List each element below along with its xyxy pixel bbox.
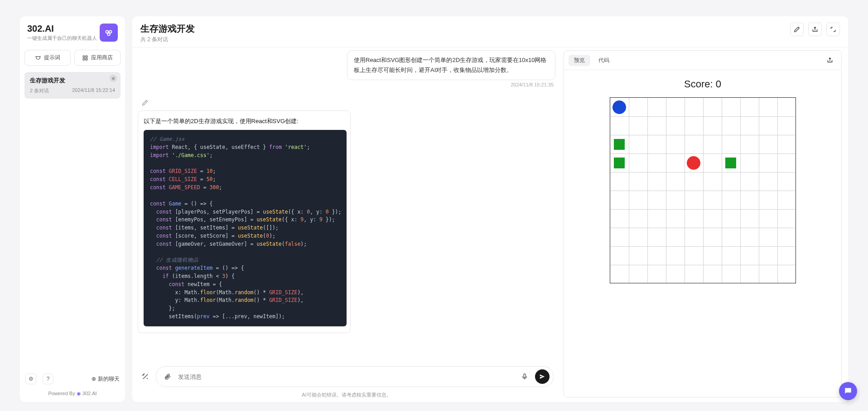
- score-display: Score: 0: [684, 78, 721, 90]
- header-titles: 生存游戏开发 共 2 条对话: [140, 23, 195, 43]
- main-panel: 生存游戏开发 共 2 条对话 使用React和SVG图形创建一个简单的2D生存游…: [132, 16, 848, 402]
- new-chat-label: 新的聊天: [98, 375, 120, 383]
- chat-scroll[interactable]: 使用React和SVG图形创建一个简单的2D生存游戏，玩家需要在10x10网格板…: [136, 50, 557, 362]
- microphone-icon[interactable]: [519, 371, 530, 382]
- prompt-button[interactable]: 提示词: [24, 50, 71, 66]
- header-bar: 生存游戏开发 共 2 条对话: [132, 16, 848, 48]
- page-subtitle: 共 2 条对话: [140, 36, 195, 43]
- ai-message: 以下是一个简单的2D生存游戏实现，使用React和SVG创建: // Game.…: [138, 110, 351, 333]
- mask-icon: [35, 55, 41, 61]
- score-value: 0: [716, 78, 721, 90]
- conversation-count: 2 条对话: [30, 87, 49, 94]
- powered-by: Powered By ◉ 302.AI: [24, 391, 121, 397]
- svg-rect-3: [83, 56, 85, 57]
- new-chat-button[interactable]: ⊕ 新的聊天: [92, 375, 120, 383]
- conversation-time: 2024/11/8 15:22:14: [72, 87, 115, 94]
- edit-response-icon[interactable]: [140, 98, 149, 107]
- split-view: 使用React和SVG图形创建一个简单的2D生存游戏，玩家需要在10x10网格板…: [132, 48, 848, 402]
- expand-icon[interactable]: [826, 23, 840, 36]
- svg-rect-4: [86, 56, 87, 57]
- user-message: 使用React和SVG图形创建一个简单的2D生存游戏，玩家需要在10x10网格板…: [347, 50, 555, 80]
- help-icon[interactable]: ?: [43, 373, 53, 384]
- enemy-piece: [687, 156, 700, 170]
- preview-body: Score: 0: [564, 70, 841, 397]
- chat-fab-icon[interactable]: [839, 382, 857, 400]
- conversation-meta: 2 条对话 2024/11/8 15:22:14: [30, 87, 115, 94]
- svg-rect-5: [83, 58, 85, 60]
- powered-dot-icon: ◉: [77, 391, 82, 396]
- app-store-button[interactable]: 应用商店: [74, 50, 121, 66]
- settings-icon[interactable]: ⚙: [25, 373, 36, 384]
- conversation-title: 生存游戏开发: [30, 76, 115, 85]
- brand-row: 302.AI 一键生成属于自己的聊天机器人: [24, 22, 121, 42]
- powered-prefix: Powered By: [48, 391, 76, 396]
- input-wrapper: [156, 366, 554, 387]
- tab-code[interactable]: 代码: [593, 55, 615, 66]
- ai-intro-text: 以下是一个简单的2D生存游戏实现，使用React和SVG创建:: [144, 117, 347, 125]
- share-icon[interactable]: [808, 23, 822, 36]
- preview-share-icon[interactable]: [823, 53, 837, 67]
- item-piece-1: [614, 158, 625, 168]
- conversation-item[interactable]: ✕ 生存游戏开发 2 条对话 2024/11/8 15:22:14: [24, 72, 121, 99]
- brand-text: 302.AI 一键生成属于自己的聊天机器人: [27, 24, 97, 42]
- code-block[interactable]: // Game.jsx import React, { useState, us…: [144, 130, 347, 326]
- svg-rect-7: [524, 374, 526, 378]
- grid-icon: [82, 55, 88, 61]
- attachment-icon[interactable]: [162, 371, 174, 382]
- plus-icon: ⊕: [92, 376, 96, 382]
- item-piece-0: [614, 139, 625, 150]
- header-icons: [790, 23, 840, 36]
- disclaimer-text: AI可能会犯错误。请考虑核实重要信息。: [136, 392, 557, 402]
- tab-preview[interactable]: 预览: [569, 55, 590, 66]
- player-piece: [612, 100, 626, 114]
- sidebar-footer-left: ⚙ ?: [25, 373, 53, 384]
- brand-title: 302.AI: [27, 24, 97, 34]
- prompt-button-label: 提示词: [44, 54, 60, 62]
- brand-subtitle: 一键生成属于自己的聊天机器人: [27, 35, 97, 42]
- preview-tabs: 预览 代码: [564, 51, 841, 70]
- chat-column: 使用React和SVG图形创建一个简单的2D生存游戏，玩家需要在10x10网格板…: [136, 50, 557, 402]
- input-bar: [136, 362, 557, 392]
- svg-point-0: [106, 30, 109, 33]
- sidebar-actions: 提示词 应用商店: [24, 50, 121, 66]
- magic-icon[interactable]: [140, 371, 151, 382]
- ai-edit-row: [138, 98, 555, 108]
- preview-column: 预览 代码 Score: 0: [564, 50, 842, 397]
- svg-rect-6: [86, 58, 87, 60]
- item-piece-2: [725, 158, 736, 168]
- score-label: Score:: [684, 78, 716, 90]
- brand-logo-icon: [100, 24, 118, 42]
- close-conversation-icon[interactable]: ✕: [110, 75, 117, 82]
- edit-title-icon[interactable]: [790, 23, 804, 36]
- svg-point-1: [109, 30, 112, 33]
- user-message-row: 使用React和SVG图形创建一个简单的2D生存游戏，玩家需要在10x10网格板…: [138, 50, 555, 87]
- sidebar: 302.AI 一键生成属于自己的聊天机器人 提示词 应用商店 ✕ 生存游戏开发: [20, 16, 125, 402]
- message-input[interactable]: [178, 373, 514, 380]
- user-message-time: 2024/11/8 15:21:35: [347, 82, 555, 87]
- powered-brand: 302.AI: [82, 391, 97, 396]
- conversation-list: ✕ 生存游戏开发 2 条对话 2024/11/8 15:22:14: [24, 72, 121, 371]
- send-button[interactable]: [535, 369, 550, 384]
- app-store-button-label: 应用商店: [91, 54, 113, 62]
- game-grid[interactable]: [610, 97, 796, 283]
- page-title: 生存游戏开发: [140, 23, 195, 35]
- svg-point-2: [107, 33, 110, 36]
- sidebar-footer: ⚙ ? ⊕ 新的聊天: [24, 371, 121, 387]
